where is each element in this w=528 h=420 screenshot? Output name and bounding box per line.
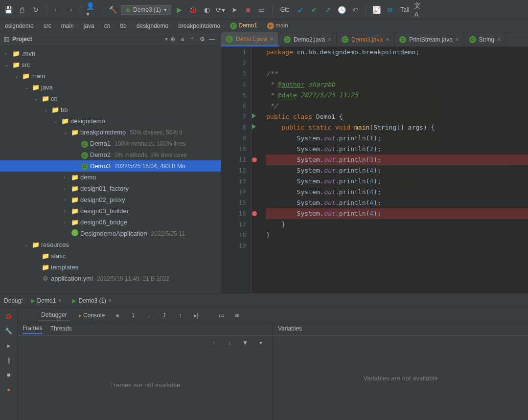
save-all-icon[interactable]: ⎙ bbox=[17, 4, 27, 15]
close-icon[interactable]: × bbox=[58, 297, 61, 304]
tree-item-static[interactable]: 📁static bbox=[0, 250, 221, 262]
gutter-line[interactable]: 12 bbox=[221, 165, 246, 176]
gutter-line[interactable]: 5 bbox=[221, 90, 246, 101]
next-frame-icon[interactable]: ↓ bbox=[224, 337, 235, 349]
close-icon[interactable]: × bbox=[328, 36, 331, 43]
editor-tab-string[interactable]: CString× bbox=[464, 32, 506, 46]
tree-item-main[interactable]: ⌄📁main bbox=[0, 70, 221, 82]
project-view-icon[interactable]: ▥ bbox=[4, 36, 9, 43]
locate-icon[interactable]: ⊕ bbox=[168, 34, 178, 44]
git-commit-icon[interactable]: ✔ bbox=[309, 4, 320, 15]
gutter-line[interactable]: 18 bbox=[221, 230, 246, 241]
debugger-tab[interactable]: Debugger bbox=[38, 309, 70, 321]
no-icon[interactable]: ⊘ bbox=[385, 4, 395, 15]
editor-gutter[interactable]: 12345678910111213141516171819 bbox=[221, 47, 252, 293]
gutter-line[interactable]: 13 bbox=[221, 176, 246, 187]
tree-item-.mvn[interactable]: ›📁.mvn bbox=[0, 48, 221, 59]
editor-tab-demo3.java[interactable]: CDemo3.java× bbox=[337, 32, 394, 46]
debug-icon[interactable]: 🐞 bbox=[188, 4, 199, 15]
code-line[interactable]: System.out.println(4); bbox=[266, 187, 528, 198]
settings-icon[interactable]: ⚙ bbox=[197, 34, 207, 44]
back-icon[interactable]: ← bbox=[51, 4, 62, 15]
translate-icon[interactable]: 文A bbox=[414, 4, 425, 15]
tree-item-src[interactable]: ⌄📁src bbox=[0, 59, 221, 70]
code-line[interactable]: System.out.println(4); bbox=[266, 208, 528, 219]
tree-item-design03_builder[interactable]: ›📁design03_builder bbox=[0, 205, 221, 217]
code-line[interactable] bbox=[266, 58, 528, 68]
tree-item-cn[interactable]: ⌄📁cn bbox=[0, 93, 221, 104]
project-tree[interactable]: ›📁.mvn⌄📁src⌄📁main⌄📁java⌄📁cn⌄📁bb⌄📁designd… bbox=[0, 46, 221, 293]
breadcrumb-item[interactable]: main bbox=[59, 22, 76, 29]
stop-icon[interactable]: ■ bbox=[3, 369, 15, 381]
git-push-icon[interactable]: ↗ bbox=[322, 4, 333, 15]
code-line[interactable]: public class Demo1 { bbox=[266, 111, 528, 122]
step-over-icon[interactable]: ≡ bbox=[112, 309, 123, 321]
close-icon[interactable]: × bbox=[456, 36, 459, 43]
hide-icon[interactable]: — bbox=[207, 34, 217, 44]
code-line[interactable]: System.out.println(4); bbox=[266, 176, 528, 187]
breadcrumb-item[interactable]: designdemo bbox=[135, 22, 170, 29]
gutter-line[interactable]: 8 bbox=[221, 122, 246, 133]
gutter-line[interactable]: 19 bbox=[221, 241, 246, 251]
gutter-line[interactable]: 7 bbox=[221, 111, 246, 122]
code-line[interactable]: } bbox=[266, 230, 528, 241]
prev-frame-icon[interactable]: ↑ bbox=[208, 337, 220, 349]
tree-item-breakpointdemo[interactable]: ⌄📁breakpointdemo50% classes, 50% li bbox=[0, 127, 221, 138]
editor-tab-demo1.java[interactable]: CDemo1.java× bbox=[221, 32, 279, 46]
run-gutter-icon[interactable] bbox=[252, 124, 256, 129]
breadcrumb-item[interactable]: esigndemo bbox=[3, 22, 36, 29]
close-icon[interactable]: × bbox=[270, 36, 274, 43]
tree-item-application.yml[interactable]: ⚙application.yml2022/5/19 11:49, 21 B 20… bbox=[0, 273, 221, 284]
collapse-icon[interactable]: ÷ bbox=[187, 34, 197, 44]
tree-item-demo[interactable]: ›📁demo bbox=[0, 172, 221, 183]
git-history-icon[interactable]: 🕓 bbox=[336, 4, 347, 15]
tree-item-resources[interactable]: ⌄📁resources bbox=[0, 239, 221, 250]
tree-item-designdemoapplication[interactable]: DesigndemoApplication2022/5/25 11 bbox=[0, 228, 221, 239]
code-line[interactable]: System.out.println(4); bbox=[266, 165, 528, 176]
run-cursor-icon[interactable]: ▸| bbox=[190, 309, 202, 321]
code-line[interactable]: System.out.println(3); bbox=[266, 155, 528, 165]
tree-item-design02_proxy[interactable]: ›📁design02_proxy bbox=[0, 194, 221, 205]
tree-item-design06_bridge[interactable]: ›📁design06_bridge bbox=[0, 217, 221, 228]
gutter-line[interactable]: 4 bbox=[221, 79, 246, 90]
code-line[interactable]: * @date 2022/5/25 11:25 bbox=[266, 90, 528, 101]
breadcrumb-item[interactable]: src bbox=[42, 22, 53, 29]
editor-tab-demo2.java[interactable]: CDemo2.java× bbox=[279, 32, 337, 46]
resume-icon[interactable]: ▸ bbox=[3, 340, 15, 352]
breadcrumb-item[interactable]: mmain bbox=[265, 22, 290, 29]
close-icon[interactable]: × bbox=[497, 36, 501, 43]
code-line[interactable]: package cn.bb.designdemo.breakpointdemo; bbox=[266, 47, 528, 58]
gutter-line[interactable]: 3 bbox=[221, 68, 246, 79]
breadcrumb-item[interactable]: CDemo1 bbox=[228, 22, 259, 29]
gutter-line[interactable]: 9 bbox=[221, 133, 246, 144]
code-editor[interactable]: 12345678910111213141516171819 package cn… bbox=[221, 47, 528, 293]
threads-tab[interactable]: Threads bbox=[50, 325, 72, 333]
close-icon[interactable]: × bbox=[108, 297, 112, 304]
filter-icon[interactable]: ▼ bbox=[239, 337, 251, 349]
rerun-icon[interactable]: 🐞 bbox=[3, 310, 15, 322]
code-line[interactable]: * @author sharpbb bbox=[266, 79, 528, 90]
tree-item-templates[interactable]: 📁templates bbox=[0, 262, 221, 273]
code-line[interactable]: */ bbox=[266, 101, 528, 111]
breadcrumb-item[interactable]: breakpointdemo bbox=[176, 22, 222, 29]
tree-item-design01_factory[interactable]: ›📁design01_factory bbox=[0, 183, 221, 194]
frames-tab[interactable]: Frames bbox=[23, 325, 43, 334]
tree-item-demo3[interactable]: CDemo32022/5/25 15:04, 493 B Mo bbox=[0, 160, 221, 172]
evaluate-icon[interactable]: ▭ bbox=[215, 309, 227, 321]
run-icon[interactable]: ▶ bbox=[174, 4, 185, 15]
more-icon[interactable]: ▾ bbox=[255, 337, 267, 349]
debug-session-demo3[interactable]: ▶ Demo3 (1) × bbox=[69, 297, 115, 304]
step-out-icon[interactable]: ⤴ bbox=[159, 309, 170, 321]
force-step-icon[interactable]: ↓ bbox=[143, 309, 155, 321]
code-line[interactable]: /** bbox=[266, 68, 528, 79]
expand-icon[interactable]: ≡ bbox=[178, 34, 187, 44]
editor-tab-printstream.java[interactable]: CPrintStream.java× bbox=[394, 32, 464, 46]
step-into-icon[interactable]: ⤵ bbox=[127, 309, 139, 321]
code-line[interactable]: System.out.println(4); bbox=[266, 198, 528, 208]
drop-frame-icon[interactable]: ↑ bbox=[174, 309, 186, 321]
pause-icon[interactable]: ∥ bbox=[3, 354, 15, 366]
debug-session-demo1[interactable]: ▶ Demo1 × bbox=[28, 297, 65, 304]
variables-tab[interactable]: Variables bbox=[278, 325, 302, 333]
gutter-line[interactable]: 16 bbox=[221, 208, 246, 219]
git-rollback-icon[interactable]: ↶ bbox=[350, 4, 361, 15]
